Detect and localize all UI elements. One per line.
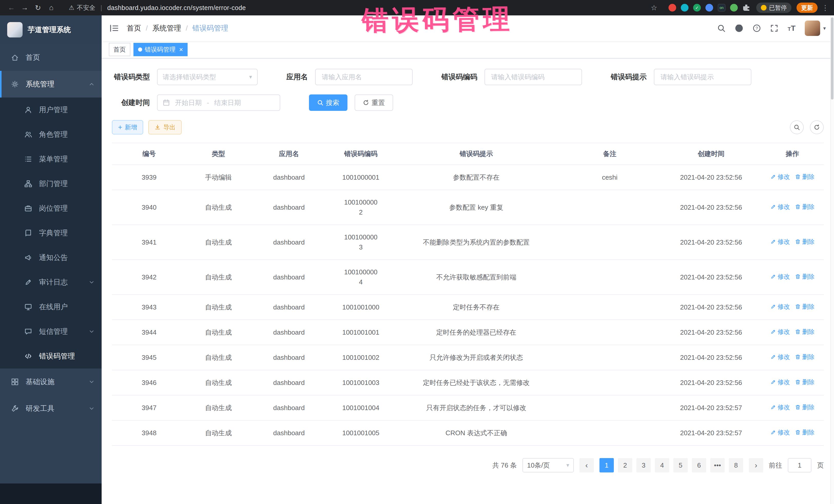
tab-home[interactable]: 首页 bbox=[109, 43, 130, 56]
sidebar-item-message[interactable]: 短信管理 bbox=[0, 319, 102, 344]
sidebar-item-monitor[interactable]: 在线用户 bbox=[0, 294, 102, 319]
not-secure-warning[interactable]: ⚠ 不安全 bbox=[69, 4, 95, 12]
sidebar-item-home[interactable]: 首页 bbox=[0, 44, 102, 71]
github-icon[interactable] bbox=[735, 24, 743, 32]
error-code-input[interactable] bbox=[484, 69, 582, 85]
next-page-button[interactable]: › bbox=[749, 458, 763, 473]
sidebar-item-briefcase[interactable]: 岗位管理 bbox=[0, 196, 102, 221]
page-button-8[interactable]: 8 bbox=[729, 458, 743, 473]
refresh-table-icon[interactable] bbox=[810, 120, 824, 134]
bookmark-star-icon[interactable]: ☆ bbox=[651, 4, 657, 12]
page-button-3[interactable]: 3 bbox=[636, 458, 651, 473]
extension-teal-icon[interactable] bbox=[681, 4, 688, 12]
url-text[interactable]: dashboard.yudao.iocoder.cn/system/error-… bbox=[107, 4, 246, 12]
edit-link[interactable]: 修改 bbox=[770, 302, 790, 311]
delete-link[interactable]: 删除 bbox=[795, 377, 814, 387]
app-logo[interactable]: 芋道管理系统 bbox=[0, 15, 102, 44]
search-button[interactable]: 搜索 bbox=[309, 94, 348, 111]
close-icon[interactable]: × bbox=[179, 46, 183, 53]
page-size-select[interactable]: 10条/页 ▾ bbox=[523, 458, 574, 473]
reset-button[interactable]: 重置 bbox=[355, 94, 393, 111]
edit-link[interactable]: 修改 bbox=[770, 403, 790, 412]
sidebar-item-book[interactable]: 字典管理 bbox=[0, 221, 102, 245]
font-size-icon[interactable]: TT bbox=[788, 24, 795, 32]
scrollbar-thumb[interactable] bbox=[831, 18, 833, 100]
paused-badge[interactable]: 已暂停 bbox=[756, 3, 791, 13]
breadcrumb-home[interactable]: 首页 bbox=[127, 23, 141, 33]
sidebar-item-gear[interactable]: 系统管理 bbox=[0, 71, 102, 97]
delete-link[interactable]: 删除 bbox=[795, 302, 814, 311]
table-row[interactable]: 3942自动生成dashboard100100000 4不允许获取敏感配置到前端… bbox=[112, 260, 824, 294]
delete-link[interactable]: 删除 bbox=[795, 272, 814, 281]
extension-red-icon[interactable] bbox=[668, 4, 676, 12]
address-bar[interactable]: ⚠ 不安全 | dashboard.yudao.iocoder.cn/syste… bbox=[64, 2, 662, 14]
browser-menu-icon[interactable]: ⋮ bbox=[822, 4, 829, 12]
export-button[interactable]: 导出 bbox=[148, 120, 182, 134]
add-button[interactable]: + 新增 bbox=[112, 120, 143, 134]
user-menu[interactable]: ▾ bbox=[805, 21, 826, 36]
refresh-icon[interactable]: ↻ bbox=[32, 2, 44, 14]
page-button-4[interactable]: 4 bbox=[655, 458, 669, 473]
back-icon[interactable]: ← bbox=[5, 2, 18, 14]
forward-icon[interactable]: → bbox=[19, 2, 31, 14]
window-scrollbar[interactable] bbox=[830, 15, 834, 504]
delete-link[interactable]: 删除 bbox=[795, 327, 814, 336]
extensions-puzzle-icon[interactable] bbox=[742, 4, 750, 12]
toggle-search-icon[interactable] bbox=[790, 120, 804, 134]
prev-page-button[interactable]: ‹ bbox=[579, 458, 594, 473]
page-button-5[interactable]: 5 bbox=[673, 458, 688, 473]
table-row[interactable]: 3941自动生成dashboard100100000 3不能删除类型为系统内置的… bbox=[112, 225, 824, 260]
extension-on-badge-icon[interactable]: on bbox=[718, 4, 725, 12]
edit-link[interactable]: 修改 bbox=[770, 202, 790, 212]
sidebar-item-tree[interactable]: 部门管理 bbox=[0, 171, 102, 196]
fullscreen-icon[interactable] bbox=[770, 24, 778, 32]
tab-error-code[interactable]: 错误码管理 × bbox=[133, 43, 188, 56]
delete-link[interactable]: 删除 bbox=[795, 172, 814, 181]
help-icon[interactable]: ? bbox=[753, 24, 761, 32]
edit-link[interactable]: 修改 bbox=[770, 428, 790, 437]
sidebar-item-wrench[interactable]: 研发工具 bbox=[0, 395, 102, 422]
sidebar-item-edit[interactable]: 审计日志 bbox=[0, 270, 102, 294]
hamburger-icon[interactable] bbox=[102, 24, 127, 32]
edit-link[interactable]: 修改 bbox=[770, 272, 790, 281]
table-row[interactable]: 3939手动编辑dashboard1001000001参数配置不存在ceshi2… bbox=[112, 165, 824, 190]
extension-leaf-icon[interactable] bbox=[730, 4, 738, 12]
edit-link[interactable]: 修改 bbox=[770, 352, 790, 361]
table-row[interactable]: 3948自动生成dashboard1001001005CRON 表达式不正确20… bbox=[112, 420, 824, 445]
more-pages-button[interactable]: ••• bbox=[710, 458, 725, 473]
sidebar-item-users[interactable]: 角色管理 bbox=[0, 122, 102, 147]
edit-link[interactable]: 修改 bbox=[770, 327, 790, 336]
edit-link[interactable]: 修改 bbox=[770, 172, 790, 181]
error-hint-input[interactable] bbox=[654, 69, 751, 85]
error-type-select[interactable]: 请选择错误码类型 ▾ bbox=[157, 69, 258, 85]
table-row[interactable]: 3947自动生成dashboard1001001004只有开启状态的任务，才可以… bbox=[112, 395, 824, 420]
sidebar-item-megaphone[interactable]: 通知公告 bbox=[0, 245, 102, 270]
extension-green-check-icon[interactable]: ✓ bbox=[693, 4, 701, 12]
home-icon[interactable]: ⌂ bbox=[45, 2, 58, 14]
extension-people-icon[interactable] bbox=[705, 4, 713, 12]
date-range-picker[interactable]: 开始日期 - 结束日期 bbox=[157, 94, 280, 111]
app-name-input[interactable] bbox=[315, 69, 413, 85]
table-row[interactable]: 3940自动生成dashboard100100000 2参数配置 key 重复2… bbox=[112, 190, 824, 225]
delete-link[interactable]: 删除 bbox=[795, 237, 814, 246]
table-row[interactable]: 3945自动生成dashboard1001001002只允许修改为开启或者关闭状… bbox=[112, 345, 824, 370]
page-button-1[interactable]: 1 bbox=[599, 458, 614, 473]
table-row[interactable]: 3946自动生成dashboard1001001003定时任务已经处于该状态，无… bbox=[112, 370, 824, 395]
update-button[interactable]: 更新 bbox=[796, 3, 817, 13]
page-button-2[interactable]: 2 bbox=[618, 458, 632, 473]
goto-page-input[interactable] bbox=[788, 458, 811, 473]
table-row[interactable]: 3943自动生成dashboard1001001000定时任务不存在2021-0… bbox=[112, 294, 824, 320]
search-icon[interactable] bbox=[717, 24, 725, 32]
sidebar-item-code[interactable]: 错误码管理 bbox=[0, 344, 102, 369]
delete-link[interactable]: 删除 bbox=[795, 403, 814, 412]
breadcrumb-system[interactable]: 系统管理 bbox=[152, 23, 181, 33]
delete-link[interactable]: 删除 bbox=[795, 352, 814, 361]
delete-link[interactable]: 删除 bbox=[795, 428, 814, 437]
table-row[interactable]: 3944自动生成dashboard1001001001定时任务的处理器已经存在2… bbox=[112, 320, 824, 345]
sidebar-item-infra[interactable]: 基础设施 bbox=[0, 369, 102, 395]
sidebar-item-list[interactable]: 菜单管理 bbox=[0, 147, 102, 171]
edit-link[interactable]: 修改 bbox=[770, 237, 790, 246]
delete-link[interactable]: 删除 bbox=[795, 202, 814, 212]
sidebar-item-user[interactable]: 用户管理 bbox=[0, 97, 102, 122]
edit-link[interactable]: 修改 bbox=[770, 377, 790, 387]
